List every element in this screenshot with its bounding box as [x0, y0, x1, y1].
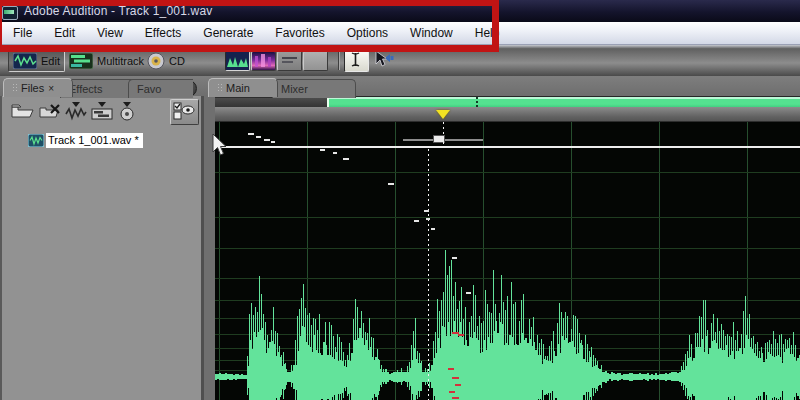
- spectral-frequency-view-button[interactable]: [251, 51, 276, 71]
- spectral-frequency-icon: [252, 52, 275, 70]
- menu-options[interactable]: Options: [336, 23, 399, 44]
- playhead-triangle[interactable]: [436, 110, 450, 119]
- waveform-view-button[interactable]: [225, 51, 250, 71]
- cd-view-icon: [147, 52, 165, 70]
- audio-file-icon: [28, 134, 44, 147]
- amplitude-line: [215, 146, 800, 148]
- ruler-strip[interactable]: [215, 107, 800, 122]
- menu-effects[interactable]: Effects: [134, 23, 192, 44]
- toolbar-separator: [338, 50, 339, 70]
- overview-dark-region: [215, 98, 327, 107]
- tab-main-label: Main: [226, 82, 250, 94]
- cd-view-button[interactable]: CD: [142, 50, 190, 72]
- menu-bar: File Edit View Effects Generate Favorite…: [0, 22, 800, 45]
- window-title: Adobe Audition - Track 1_001.wav: [24, 4, 213, 18]
- file-name: Track 1_001.wav *: [46, 133, 143, 148]
- spectral-pan-icon: [278, 52, 301, 70]
- cd-view-label: CD: [169, 55, 185, 67]
- insert-multitrack-icon[interactable]: [90, 101, 114, 121]
- waveform-display[interactable]: [215, 122, 800, 400]
- tab-grip: [217, 83, 222, 93]
- tab-effects-label: Effects: [69, 83, 102, 95]
- menu-window[interactable]: Window: [399, 23, 464, 44]
- multitrack-view-label: Multitrack: [97, 55, 144, 67]
- tab-files[interactable]: Files ×: [3, 78, 73, 97]
- file-list-item[interactable]: Track 1_001.wav *: [2, 132, 201, 150]
- menu-file[interactable]: File: [2, 23, 43, 44]
- scrub-tool-button[interactable]: [372, 49, 395, 70]
- panel-tabs-row: Files × Effects Favo ▶ Main Mixer: [0, 76, 800, 96]
- tab-mixer-label: Mixer: [281, 83, 308, 95]
- insert-cd-icon[interactable]: [115, 101, 139, 121]
- files-panel: Track 1_001.wav *: [0, 96, 204, 400]
- time-selection-tool-button[interactable]: [344, 49, 369, 72]
- tab-mixer[interactable]: Mixer: [272, 79, 356, 98]
- menu-favorites[interactable]: Favorites: [264, 23, 335, 44]
- multitrack-view-button[interactable]: Multitrack: [64, 50, 149, 72]
- tab-main[interactable]: Main: [208, 78, 278, 97]
- playhead-line-top: [443, 122, 444, 146]
- edit-view-button[interactable]: Edit: [8, 50, 65, 72]
- playhead-line: [428, 149, 429, 400]
- main-toolbar: Edit Multitrack CD: [0, 45, 800, 76]
- waveform-view-icon: [226, 52, 249, 70]
- menu-edit[interactable]: Edit: [43, 23, 86, 44]
- close-file-icon[interactable]: [38, 101, 62, 121]
- app-icon: [2, 6, 18, 20]
- tab-grip: [12, 83, 17, 93]
- multitrack-view-icon: [69, 53, 93, 69]
- insert-audio-icon[interactable]: [64, 101, 88, 121]
- tab-files-label: Files: [21, 82, 44, 94]
- audition-window: Adobe Audition - Track 1_001.wav File Ed…: [0, 0, 800, 400]
- tab-favorites[interactable]: Favo: [128, 79, 193, 98]
- menu-help[interactable]: Help: [464, 23, 511, 44]
- edit-view-label: Edit: [41, 55, 60, 67]
- files-panel-toolbar: [2, 98, 201, 126]
- edit-view-icon: [13, 53, 37, 69]
- mouse-cursor: [212, 133, 228, 157]
- close-icon[interactable]: ×: [48, 83, 54, 94]
- show-options-toggle[interactable]: [170, 99, 199, 125]
- open-file-icon[interactable]: [10, 101, 34, 121]
- menu-generate[interactable]: Generate: [192, 23, 264, 44]
- tab-favorites-label: Favo: [137, 83, 161, 95]
- time-selection-tool-icon: [345, 50, 366, 69]
- options-eye-icon: [171, 100, 196, 122]
- spectral-phase-view-button[interactable]: [303, 51, 328, 71]
- menu-view[interactable]: View: [86, 23, 134, 44]
- scrub-tool-icon: [372, 49, 395, 70]
- spectral-pan-view-button[interactable]: [277, 51, 302, 71]
- title-bar: Adobe Audition - Track 1_001.wav: [0, 0, 800, 22]
